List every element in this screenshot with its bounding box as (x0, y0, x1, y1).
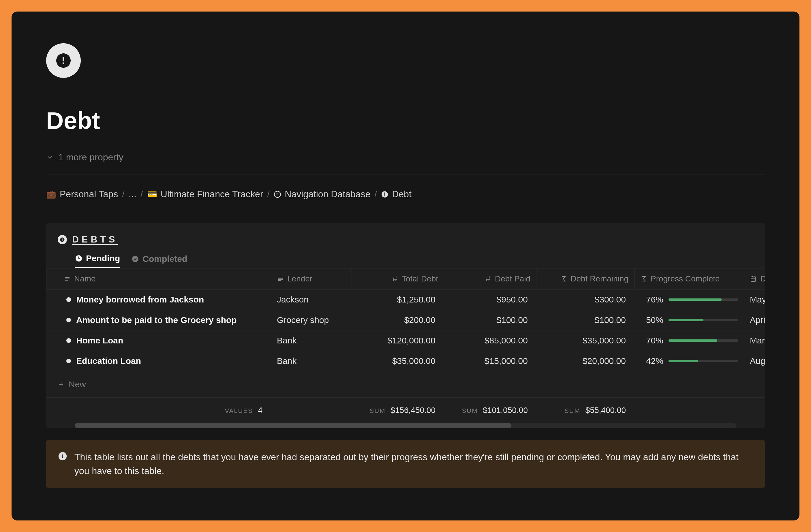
briefcase-icon: 💼 (46, 189, 56, 199)
text-lines-icon (277, 276, 284, 282)
svg-rect-10 (62, 454, 63, 455)
horizontal-scrollbar[interactable] (75, 423, 736, 428)
table-row[interactable]: Education Loan Bank $35,000.00 $15,000.0… (46, 351, 765, 371)
col-debt-remaining[interactable]: Debt Remaining (536, 268, 634, 290)
cell-progress: 70% (634, 330, 744, 351)
col-progress[interactable]: Progress Complete (634, 268, 744, 290)
col-name[interactable]: Name (46, 268, 271, 290)
cell-lender: Bank (271, 330, 352, 351)
text-icon (64, 276, 71, 282)
cell-paid: $950.00 (444, 290, 536, 310)
cell-progress: 42% (634, 351, 744, 371)
debts-table: Name Lender Total Debt Debt Paid (46, 268, 765, 423)
breadcrumb-item-debt[interactable]: Debt (381, 189, 412, 200)
svg-marker-1 (277, 193, 278, 194)
more-properties-toggle[interactable]: 1 more property (46, 152, 765, 174)
breadcrumb-ellipsis[interactable]: ... (128, 189, 136, 200)
table-header: Name Lender Total Debt Debt Paid (46, 268, 765, 290)
scrollbar-thumb[interactable] (75, 423, 511, 428)
plus-icon (58, 381, 65, 388)
check-circle-icon (132, 255, 139, 263)
table-row[interactable]: Money borrowed from Jackson Jackson $1,2… (46, 290, 765, 310)
cell-lender: Grocery shop (271, 310, 352, 330)
page-title[interactable]: Debt (46, 107, 765, 135)
alert-icon (55, 52, 72, 69)
bullet-icon (66, 338, 71, 343)
svg-rect-7 (751, 277, 755, 281)
cell-remaining: $300.00 (536, 290, 634, 310)
info-callout: This table lists out all the debts that … (46, 440, 765, 488)
cell-remaining: $100.00 (536, 310, 634, 330)
debts-table-wrap: Name Lender Total Debt Debt Paid (46, 268, 765, 423)
cell-total: $35,000.00 (352, 351, 444, 371)
col-debt-paid[interactable]: Debt Paid (444, 268, 536, 290)
cell-date: August 5 (744, 351, 765, 371)
breadcrumb-separator: / (122, 189, 125, 200)
new-row[interactable]: New (46, 371, 765, 397)
more-properties-label: 1 more property (58, 152, 123, 162)
progress-bar (669, 360, 738, 362)
clock-icon (75, 255, 82, 262)
sigma-icon (640, 276, 647, 282)
breadcrumb-separator: / (374, 189, 377, 200)
svg-point-6 (132, 256, 139, 262)
table-row[interactable]: Home Loan Bank $120,000.00 $85,000.00 $3… (46, 330, 765, 351)
cell-paid: $100.00 (444, 310, 536, 330)
bullet-icon (66, 297, 71, 302)
cell-lender: Jackson (271, 290, 352, 310)
cell-remaining: $20,000.00 (536, 351, 634, 371)
callout-text: This table lists out all the debts that … (74, 450, 753, 478)
footer-sum-paid: SUM $101,050.00 (444, 397, 536, 423)
cell-paid: $85,000.00 (444, 330, 536, 351)
col-date[interactable]: Date (744, 268, 765, 290)
svg-rect-9 (62, 455, 63, 458)
col-total-debt[interactable]: Total Debt (352, 268, 444, 290)
cell-date: March 1, (744, 330, 765, 351)
info-icon (58, 451, 67, 461)
cell-total: $200.00 (352, 310, 444, 330)
breadcrumb-separator: / (140, 189, 143, 200)
footer-values: VALUES 4 (46, 397, 271, 423)
page-icon[interactable] (46, 43, 81, 78)
debts-header: DEBTS (46, 234, 765, 253)
table-row[interactable]: Amount to be paid to the Grocery shop Gr… (46, 310, 765, 330)
progress-bar (669, 339, 738, 342)
svg-rect-4 (384, 195, 385, 196)
footer-sum-remaining: SUM $55,400.00 (536, 397, 634, 423)
tab-completed[interactable]: Completed (132, 253, 187, 268)
breadcrumb-item-navigation-db[interactable]: Navigation Database (274, 189, 370, 200)
breadcrumb: 💼 Personal Taps / ... / 💳 Ultimate Finan… (46, 189, 765, 200)
breadcrumb-item-personal-taps[interactable]: 💼 Personal Taps (46, 189, 118, 200)
alert-icon (381, 191, 388, 198)
cell-progress: 76% (634, 290, 744, 310)
hash-icon (485, 276, 491, 282)
progress-bar (669, 319, 738, 321)
cell-name: Money borrowed from Jackson (46, 290, 271, 310)
chevron-down-icon (46, 154, 53, 161)
debts-panel: DEBTS Pending Completed Name (46, 223, 765, 428)
cell-name: Education Loan (46, 351, 271, 371)
debts-title[interactable]: DEBTS (72, 234, 118, 245)
app-window: Debt 1 more property 💼 Personal Taps / .… (12, 12, 799, 520)
alert-icon (58, 235, 67, 244)
breadcrumb-separator: / (267, 189, 270, 200)
cell-lender: Bank (271, 351, 352, 371)
footer-sum-total: SUM $156,450.00 (352, 397, 444, 423)
cell-total: $120,000.00 (352, 330, 444, 351)
debts-tabs: Pending Completed (46, 253, 765, 268)
col-lender[interactable]: Lender (271, 268, 352, 290)
progress-bar (669, 298, 738, 301)
tab-pending[interactable]: Pending (75, 253, 120, 268)
cell-remaining: $35,000.00 (536, 330, 634, 351)
cell-name: Amount to be paid to the Grocery shop (46, 310, 271, 330)
cell-date: April 27, (744, 310, 765, 330)
table-footer: VALUES 4 SUM $156,450.00 SUM $101,050.00… (46, 397, 765, 423)
breadcrumb-item-finance-tracker[interactable]: 💳 Ultimate Finance Tracker (147, 189, 263, 200)
calendar-icon (750, 276, 757, 282)
cell-total: $1,250.00 (352, 290, 444, 310)
bullet-icon (66, 318, 71, 323)
cell-name: Home Loan (46, 330, 271, 351)
cell-paid: $15,000.00 (444, 351, 536, 371)
sigma-icon (560, 276, 567, 282)
svg-rect-3 (384, 192, 385, 194)
